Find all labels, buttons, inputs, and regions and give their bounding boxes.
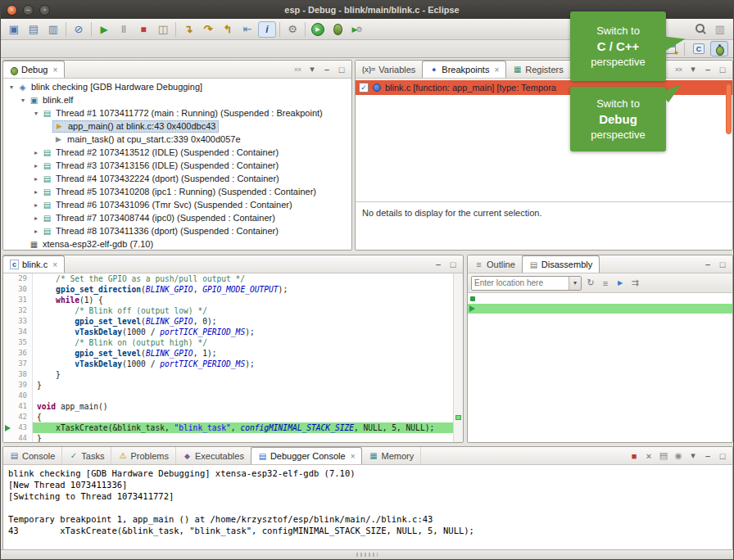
window-maximize-button[interactable]: ▫ xyxy=(39,5,50,16)
disassembly-row[interactable]: 400dbc62: l32i.n a0, a0, 16 xyxy=(468,412,732,422)
run-icon[interactable] xyxy=(309,21,327,38)
follow-pc-icon[interactable] xyxy=(614,277,627,290)
close-tab-icon[interactable]: × xyxy=(351,452,356,461)
show-source-icon[interactable] xyxy=(599,277,612,290)
tab-tasks[interactable]: Tasks xyxy=(62,447,111,464)
debug-tree-row[interactable]: ▸ Thread #7 1073408744 (ipc0) (Suspended… xyxy=(3,211,351,224)
skip-breakpoints-icon[interactable] xyxy=(70,21,88,38)
disassembly-row[interactable]: 400dbc5d: retw.n xyxy=(468,392,732,402)
debug-tree-row[interactable]: ▸ Thread #4 1073432224 (dport) (Suspende… xyxy=(3,172,351,185)
expander-icon[interactable]: ▸ xyxy=(31,228,41,235)
debug-tree-row[interactable]: ▸ Thread #2 1073413512 (IDLE) (Suspended… xyxy=(3,146,351,159)
close-tab-icon[interactable]: × xyxy=(52,260,57,269)
resume-icon[interactable] xyxy=(95,21,113,38)
code-line[interactable]: 30 gpio_set_direction(BLINK_GPIO, GPIO_M… xyxy=(3,284,453,295)
current-line-marker[interactable] xyxy=(455,415,461,420)
code-line[interactable]: 38 } xyxy=(3,369,453,380)
code-line[interactable]: 34 vTaskDelay(1000 / portTICK_PERIOD_MS)… xyxy=(3,327,453,337)
debug-perspective-button[interactable] xyxy=(710,41,728,56)
suspend-icon[interactable] xyxy=(115,21,133,38)
view-menu-icon[interactable] xyxy=(306,63,319,76)
maximize-view-icon[interactable] xyxy=(716,63,729,76)
tab-problems[interactable]: Problems xyxy=(111,447,175,464)
tab-memory[interactable]: Memory xyxy=(362,447,421,464)
drop-to-frame-icon[interactable] xyxy=(238,21,256,38)
expander-icon[interactable]: ▸ xyxy=(31,188,41,196)
minimize-view-icon[interactable] xyxy=(320,63,333,76)
maximize-view-icon[interactable] xyxy=(716,258,729,271)
tab-disassembly[interactable]: Disassembly xyxy=(522,255,600,273)
new-wizard-icon[interactable] xyxy=(5,21,23,38)
minimize-view-icon[interactable] xyxy=(701,449,714,463)
disassembly-row[interactable]: 400dbc6a: bnone a0, a1, 0x400dbc8 xyxy=(468,441,732,442)
expander-icon[interactable]: ▾ xyxy=(18,97,28,104)
disassembly-row[interactable]: 43 xTaskCreate(&blink_task, "blink_tas xyxy=(468,294,732,304)
breakpoint-checkbox[interactable]: ✓ xyxy=(359,83,369,93)
debug-tree-row[interactable]: ▸ Thread #6 1073431096 (Tmr Svc) (Suspen… xyxy=(3,198,351,211)
disassembly-row[interactable]: 400dbc43: l32r a8, 0x400d00f8 <_stext+22… xyxy=(468,304,732,314)
code-line[interactable]: 39 } xyxy=(3,380,453,391)
code-line[interactable]: 31 while(1) { xyxy=(3,295,453,305)
disassembly-row[interactable]: 400dbc54: l32r a11, 0x400d0460 <_stext+1… xyxy=(468,363,732,373)
annotation-icon[interactable] xyxy=(711,21,729,38)
remove-all-breakpoints-icon[interactable] xyxy=(672,63,685,76)
debug-tree-row[interactable]: xtensa-esp32-elf-gdb (7.10) xyxy=(3,237,351,250)
code-line[interactable]: 41 void app_main() xyxy=(3,401,453,412)
step-return-icon[interactable] xyxy=(219,21,237,38)
code-line[interactable]: 33 gpio_set_level(BLINK_GPIO, 0); xyxy=(3,316,453,327)
close-tab-icon[interactable]: × xyxy=(494,65,499,75)
step-over-icon[interactable] xyxy=(199,21,217,38)
tab-debugger-console[interactable]: Debugger Console × xyxy=(251,447,363,464)
code-line[interactable]: 37 vTaskDelay(1000 / portTICK_PERIOD_MS)… xyxy=(3,359,453,369)
resize-grip[interactable] xyxy=(356,553,378,557)
tab-registers[interactable]: Registers xyxy=(506,61,570,78)
expander-icon[interactable]: ▸ xyxy=(31,175,41,183)
overview-ruler[interactable] xyxy=(453,273,463,442)
maximize-view-icon[interactable] xyxy=(335,63,348,76)
maximize-view-icon[interactable] xyxy=(716,449,729,463)
save-icon[interactable] xyxy=(25,21,43,38)
debug-tree-row[interactable]: ▾ blink checking [GDB Hardware Debugging… xyxy=(3,80,351,93)
code-line[interactable]: 42 { xyxy=(3,412,453,422)
window-close-button[interactable]: × xyxy=(7,5,17,16)
step-into-icon[interactable] xyxy=(179,21,197,38)
debug-tree-row[interactable]: ▸ Thread #5 1073410208 (ipc1 : Running) … xyxy=(3,185,351,198)
code-line[interactable]: 43 xTaskCreate(&blink_task, "blink_task"… xyxy=(3,422,453,433)
terminate-console-icon[interactable] xyxy=(628,449,641,463)
location-input[interactable] xyxy=(472,277,569,290)
disconnect-icon[interactable] xyxy=(154,21,172,38)
debug-tree-row[interactable]: app_main() at blink.c:43 0x400dbc43 xyxy=(3,120,351,133)
tab-outline[interactable]: Outline xyxy=(468,255,523,273)
minimize-view-icon[interactable] xyxy=(701,63,714,76)
sync-pc-icon[interactable] xyxy=(628,277,641,290)
disassembly-row[interactable]: 400dbc51: movi a12, 0x300 xyxy=(468,353,732,363)
disassembly-row[interactable]: 400dbc46: s32i a8, a1, 0 xyxy=(468,314,732,323)
maximize-view-icon[interactable] xyxy=(446,258,460,271)
window-minimize-button[interactable]: – xyxy=(23,5,34,16)
code-line[interactable]: 36 gpio_set_level(BLINK_GPIO, 1); xyxy=(3,348,453,359)
tab-breakpoints[interactable]: Breakpoints × xyxy=(422,61,506,78)
close-tab-icon[interactable]: × xyxy=(52,65,57,75)
tab-blink-c[interactable]: c blink.c × xyxy=(2,255,65,273)
save-all-icon[interactable] xyxy=(44,21,62,38)
expander-icon[interactable]: ▸ xyxy=(31,162,41,169)
remove-launch-icon[interactable] xyxy=(642,449,655,463)
console-menu-icon[interactable] xyxy=(686,449,700,463)
expander-icon[interactable]: ▸ xyxy=(31,149,41,156)
debug-tree-row[interactable]: ▸ Thread #3 1073413156 (IDLE) (Suspended… xyxy=(3,159,351,172)
cpp-perspective-button[interactable]: C xyxy=(690,41,708,56)
minimize-view-icon[interactable] xyxy=(701,258,714,271)
external-tools-icon[interactable] xyxy=(348,21,366,38)
terminate-icon[interactable] xyxy=(134,21,152,38)
disassembly-row[interactable]: 400dbc64: lsi f7, a1, 128 xyxy=(468,422,732,431)
minimize-view-icon[interactable] xyxy=(432,258,445,271)
expander-icon[interactable]: ▸ xyxy=(31,201,41,209)
remove-terminated-icon[interactable] xyxy=(291,63,304,76)
disassembly-row[interactable]: 400dbc57: l32r a10, 0x400d0464 <_stext+1… xyxy=(468,373,732,382)
instruction-stepping-icon[interactable] xyxy=(258,21,276,38)
tab-variables[interactable]: (x)= Variables xyxy=(356,61,423,78)
debug-tree-row[interactable]: ▾ blink.elf xyxy=(3,93,351,106)
disassembly-row[interactable]: 400dbc4f: mov.n a13, a15 xyxy=(468,343,732,353)
code-line[interactable]: 35 /* Blink on (output high) */ xyxy=(3,337,453,348)
console-output[interactable]: blink checking [GDB Hardware Debugging] … xyxy=(3,465,732,550)
